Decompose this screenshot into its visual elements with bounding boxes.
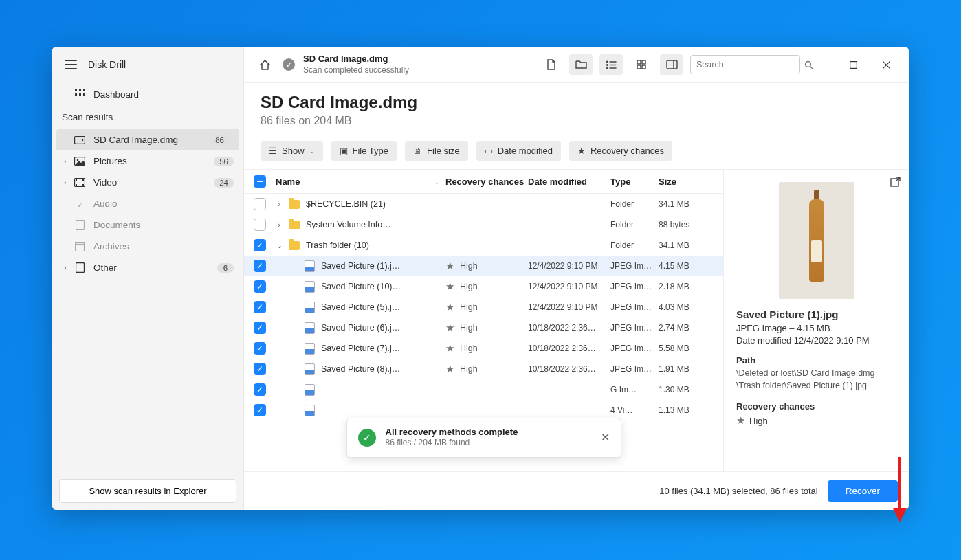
document-icon (73, 220, 87, 230)
grid-view-icon[interactable] (630, 54, 653, 75)
star-icon: ★ (445, 322, 454, 334)
svg-rect-26 (642, 60, 645, 64)
expand-icon[interactable]: ⌄ (272, 241, 287, 250)
row-recovery: ★High (445, 322, 528, 334)
table-row[interactable]: G Im…1.30 MB (244, 379, 723, 400)
sidebar-item-documents[interactable]: Documents (52, 214, 243, 236)
list-view-icon[interactable] (599, 54, 623, 75)
row-checkbox[interactable] (254, 260, 266, 272)
row-checkbox[interactable] (254, 404, 266, 416)
svg-rect-5 (83, 93, 85, 96)
close-button[interactable] (873, 54, 899, 75)
row-type: Folder (610, 199, 659, 209)
archive-icon (73, 242, 87, 251)
sidebar-item-sd-card[interactable]: SD Card Image.dmg 86 (56, 129, 239, 150)
search-field[interactable] (696, 60, 804, 69)
table-row[interactable]: ›System Volume Info…Folder88 bytes (244, 214, 723, 235)
recover-button[interactable]: Recover (828, 480, 898, 502)
image-file-icon (302, 363, 317, 375)
row-name: Saved Picture (10)… (317, 282, 445, 291)
svg-rect-1 (79, 89, 81, 91)
filter-date-modified[interactable]: ▭Date modified (476, 141, 561, 161)
picture-icon: ▣ (340, 146, 348, 156)
show-in-explorer-button[interactable]: Show scan results in Explorer (59, 479, 236, 503)
row-recovery: ★High (445, 280, 528, 293)
sidebar-item-other[interactable]: › Other 6 (52, 257, 243, 278)
file-icon (73, 262, 87, 273)
table-row[interactable]: Saved Picture (7).j…★High10/18/2022 2:36… (244, 338, 723, 359)
table-row[interactable]: Saved Picture (10)…★High12/4/2022 9:10 P… (244, 276, 723, 297)
table-row[interactable]: Saved Picture (6).j…★High10/18/2022 2:36… (244, 317, 723, 338)
minimize-button[interactable] (807, 54, 833, 75)
select-all-checkbox[interactable] (254, 175, 266, 188)
sidebar-badge: 56 (214, 157, 234, 166)
sort-indicator-icon: ↓ (435, 177, 439, 186)
chevron-right-icon: › (62, 264, 69, 271)
filter-file-type[interactable]: ▣File Type (331, 141, 397, 161)
filter-file-size[interactable]: 🗎File size (405, 141, 468, 161)
folder-icon[interactable] (569, 54, 593, 75)
row-name: System Volume Info… (302, 220, 445, 229)
row-checkbox[interactable] (254, 239, 266, 251)
column-size[interactable]: Size (659, 177, 714, 187)
sidebar-nav: Dashboard Scan results SD Card Image.dmg… (52, 81, 243, 472)
folder-icon (287, 241, 302, 250)
star-icon: ★ (445, 301, 454, 313)
sidebar-item-label: Pictures (93, 156, 127, 166)
row-checkbox[interactable] (254, 301, 266, 313)
row-size: 4.15 MB (659, 261, 714, 271)
table-row[interactable]: Saved Picture (5).j…★High12/4/2022 9:10 … (244, 297, 723, 317)
sidebar-item-video[interactable]: › Video 24 (52, 172, 243, 193)
star-icon: ★ (736, 414, 745, 427)
sidebar-item-audio[interactable]: ♪ Audio (52, 193, 243, 214)
sidebar-header: Disk Drill (52, 47, 243, 81)
main-panel: ✓ SD Card Image.dmg Scan completed succe… (244, 47, 909, 510)
row-checkbox[interactable] (254, 219, 266, 231)
filter-recovery-chances[interactable]: ★Recovery chances (569, 141, 672, 161)
row-checkbox[interactable] (254, 322, 266, 334)
svg-marker-39 (893, 508, 907, 522)
expand-icon[interactable]: › (272, 200, 287, 208)
sidebar-item-dashboard[interactable]: Dashboard (52, 84, 243, 105)
row-size: 5.58 MB (659, 344, 714, 353)
preview-panel: Saved Picture (1).jpg JPEG Image – 4.15 … (723, 170, 909, 471)
column-recovery[interactable]: Recovery chances (445, 177, 528, 187)
sidebar-item-pictures[interactable]: › Pictures 56 (52, 150, 243, 172)
star-icon: ★ (445, 342, 454, 355)
row-checkbox[interactable] (254, 363, 266, 375)
sidebar-item-archives[interactable]: Archives (52, 236, 243, 257)
row-checkbox[interactable] (254, 280, 266, 293)
svg-point-24 (606, 67, 608, 69)
titlebar-text: SD Card Image.dmg Scan completed success… (303, 54, 409, 75)
new-file-icon[interactable] (539, 54, 562, 75)
row-type: Folder (610, 220, 659, 229)
star-icon: ★ (445, 260, 454, 272)
sidebar-item-label: Documents (93, 220, 140, 230)
row-checkbox[interactable] (254, 198, 266, 210)
star-icon: ★ (445, 280, 454, 293)
row-type: G Im… (610, 385, 659, 394)
column-date[interactable]: Date modified (528, 177, 610, 187)
expand-icon[interactable]: › (272, 221, 287, 229)
filter-show[interactable]: ☰Show⌄ (261, 141, 323, 161)
column-type[interactable]: Type (610, 177, 659, 187)
table-row[interactable]: Saved Picture (1).j…★High12/4/2022 9:10 … (244, 256, 723, 276)
home-icon[interactable] (254, 54, 276, 76)
row-checkbox[interactable] (254, 383, 266, 396)
maximize-button[interactable] (840, 54, 866, 75)
column-name[interactable]: Name↓ (272, 177, 445, 187)
star-icon: ★ (445, 363, 454, 375)
menu-icon[interactable] (65, 60, 77, 69)
row-checkbox[interactable] (254, 342, 266, 355)
table-row[interactable]: Saved Picture (8).j…★High10/18/2022 2:36… (244, 359, 723, 379)
row-recovery: ★High (445, 342, 528, 355)
sidebar-toggle-icon[interactable] (660, 54, 683, 75)
calendar-icon: ▭ (485, 146, 493, 156)
preview-meta: JPEG Image – 4.15 MB (736, 323, 896, 333)
popout-icon[interactable] (890, 177, 901, 187)
row-size: 2.74 MB (659, 323, 714, 333)
toast-close-button[interactable]: ✕ (601, 431, 610, 444)
table-row[interactable]: ⌄Trash folder (10)Folder34.1 MB (244, 235, 723, 256)
search-input[interactable] (690, 55, 800, 74)
table-row[interactable]: ›$RECYCLE.BIN (21)Folder34.1 MB (244, 194, 723, 214)
